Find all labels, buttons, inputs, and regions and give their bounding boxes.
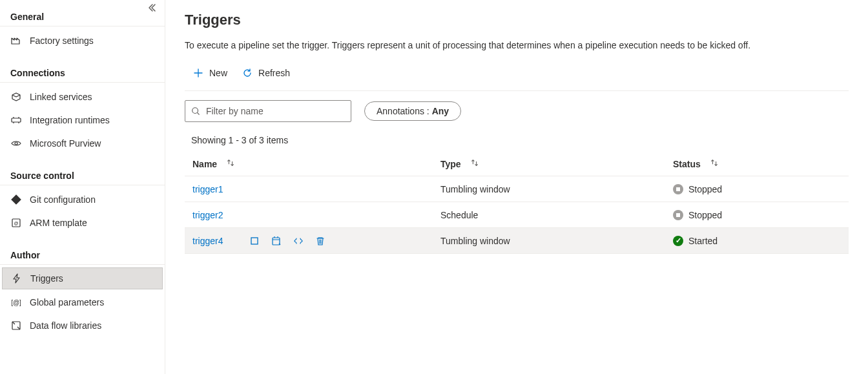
svg-rect-8 xyxy=(273,238,280,245)
sidebar: GeneralFactory settingsConnectionsLinked… xyxy=(0,0,165,374)
data-flow-libraries-icon xyxy=(10,320,22,331)
sidebar-item-git-configuration[interactable]: Git configuration xyxy=(0,188,165,211)
trigger-type: Tumbling window xyxy=(433,176,665,202)
sidebar-item-label: Microsoft Purview xyxy=(30,138,101,149)
sidebar-item-label: ARM template xyxy=(30,218,87,228)
sidebar-item-linked-services[interactable]: Linked services xyxy=(0,85,165,109)
sidebar-item-microsoft-purview[interactable]: Microsoft Purview xyxy=(0,132,165,155)
annotations-value: Any xyxy=(432,106,449,116)
status-stopped-icon xyxy=(673,184,683,194)
annotations-filter[interactable]: Annotations : Any xyxy=(364,101,461,121)
status-stopped-icon xyxy=(673,210,683,220)
svg-text:[@]: [@] xyxy=(11,299,21,306)
triggers-table: Name Type Status xyxy=(185,152,849,254)
filter-row: Annotations : Any xyxy=(185,91,849,122)
trigger-type: Schedule xyxy=(433,202,665,228)
plus-icon xyxy=(192,67,204,79)
sidebar-item-data-flow-libraries[interactable]: Data flow libraries xyxy=(0,314,165,337)
page-description: To execute a pipeline set the trigger. T… xyxy=(185,40,849,50)
main-content: Triggers To execute a pipeline set the t… xyxy=(165,0,868,374)
git-configuration-icon xyxy=(10,194,22,205)
trigger-name-link[interactable]: trigger2 xyxy=(192,210,223,220)
filter-by-name-input[interactable] xyxy=(205,105,346,117)
integration-runtimes-icon xyxy=(10,114,22,126)
table-row[interactable]: trigger1Tumbling windowStopped xyxy=(185,176,849,202)
factory-settings-icon xyxy=(10,35,22,47)
sidebar-item-label: Linked services xyxy=(30,92,92,102)
microsoft-purview-icon xyxy=(10,138,22,149)
svg-point-1 xyxy=(15,142,17,145)
column-header-name[interactable]: Name xyxy=(185,152,433,176)
trigger-name-link[interactable]: trigger4 xyxy=(192,236,223,246)
sidebar-item-label: Data flow libraries xyxy=(30,320,101,331)
sidebar-item-label: Factory settings xyxy=(30,36,94,46)
svg-rect-0 xyxy=(12,118,21,122)
sidebar-item-triggers[interactable]: Triggers xyxy=(2,267,163,289)
sidebar-item-label: Global parameters xyxy=(30,297,104,307)
page-title: Triggers xyxy=(185,12,849,28)
annotations-label: Annotations : xyxy=(377,106,432,116)
refresh-icon xyxy=(242,67,253,79)
column-header-type[interactable]: Type xyxy=(433,152,665,176)
status-text: Stopped xyxy=(688,210,722,220)
stop-icon[interactable] xyxy=(249,235,260,247)
arm-template-icon: @ xyxy=(10,217,22,229)
sidebar-section-title: Author xyxy=(0,244,165,265)
filter-by-name-box[interactable] xyxy=(185,100,351,122)
sidebar-item-global-parameters[interactable]: [@]Global parameters xyxy=(0,291,165,314)
sidebar-item-label: Git configuration xyxy=(30,194,96,205)
new-button[interactable]: New xyxy=(191,65,229,81)
status-text: Stopped xyxy=(688,184,722,194)
refresh-button[interactable]: Refresh xyxy=(240,65,291,81)
sidebar-item-factory-settings[interactable]: Factory settings xyxy=(0,29,165,52)
sidebar-section-title: General xyxy=(0,5,165,26)
sort-icon xyxy=(710,158,719,167)
svg-rect-7 xyxy=(251,238,258,244)
svg-point-6 xyxy=(192,108,198,114)
toolbar: New Refresh xyxy=(185,62,849,91)
collapse-sidebar-icon[interactable] xyxy=(147,3,157,16)
svg-text:@: @ xyxy=(14,221,18,225)
table-row[interactable]: trigger4Tumbling window✓Started xyxy=(185,228,849,254)
sort-icon xyxy=(470,158,479,167)
new-button-label: New xyxy=(209,68,227,78)
linked-services-icon xyxy=(10,91,22,103)
trigger-name-link[interactable]: trigger1 xyxy=(192,184,223,194)
delete-icon[interactable] xyxy=(315,235,326,247)
search-icon xyxy=(191,106,201,116)
status-text: Started xyxy=(688,236,718,246)
sidebar-section-title: Connections xyxy=(0,61,165,83)
table-row[interactable]: trigger2ScheduleStopped xyxy=(185,202,849,228)
status-started-icon: ✓ xyxy=(673,236,683,246)
column-header-status[interactable]: Status xyxy=(665,152,849,176)
sidebar-item-arm-template[interactable]: @ARM template xyxy=(0,211,165,234)
triggers-icon xyxy=(11,273,23,284)
schedule-icon[interactable] xyxy=(271,235,282,247)
showing-text: Showing 1 - 3 of 3 items xyxy=(185,122,849,152)
sidebar-item-label: Triggers xyxy=(30,273,63,284)
code-icon[interactable] xyxy=(293,235,304,247)
refresh-button-label: Refresh xyxy=(258,68,290,78)
global-parameters-icon: [@] xyxy=(10,296,22,308)
trigger-type: Tumbling window xyxy=(433,228,665,254)
sort-icon xyxy=(226,158,235,167)
sidebar-section-title: Source control xyxy=(0,164,165,185)
sidebar-item-label: Integration runtimes xyxy=(30,115,110,125)
sidebar-item-integration-runtimes[interactable]: Integration runtimes xyxy=(0,109,165,132)
